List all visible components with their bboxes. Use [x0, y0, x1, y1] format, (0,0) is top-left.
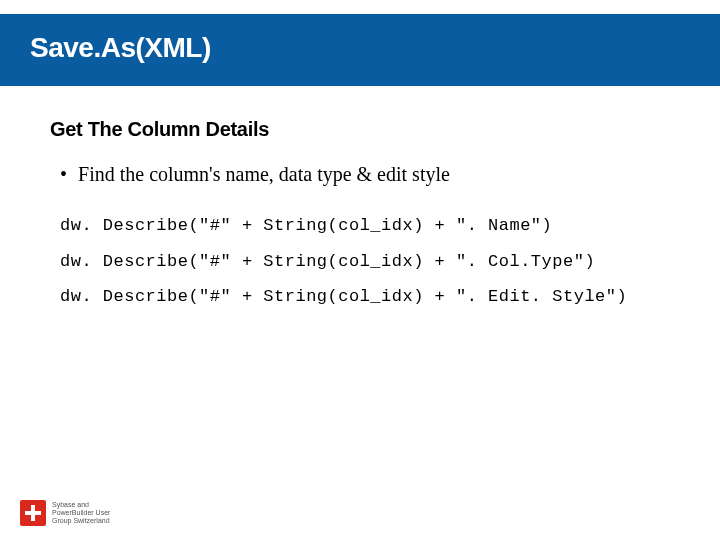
swiss-flag-icon — [20, 500, 46, 526]
logo-text-line: Group Switzerland — [52, 517, 110, 525]
slide-title-bar: Save.As(XML) — [0, 14, 720, 86]
code-line: dw. Describe("#" + String(col_idx) + ". … — [60, 208, 720, 244]
code-line: dw. Describe("#" + String(col_idx) + ". … — [60, 279, 720, 315]
footer-logo-text: Sybase and PowerBuilder User Group Switz… — [52, 501, 110, 524]
bullet-point: Find the column's name, data type & edit… — [60, 163, 720, 186]
logo-text-line: PowerBuilder User — [52, 509, 110, 517]
logo-text-line: Sybase and — [52, 501, 110, 509]
slide-title: Save.As(XML) — [30, 32, 690, 64]
section-subheading: Get The Column Details — [50, 118, 720, 141]
code-block: dw. Describe("#" + String(col_idx) + ". … — [60, 208, 720, 315]
code-line: dw. Describe("#" + String(col_idx) + ". … — [60, 244, 720, 280]
footer-logo: Sybase and PowerBuilder User Group Switz… — [20, 500, 110, 526]
